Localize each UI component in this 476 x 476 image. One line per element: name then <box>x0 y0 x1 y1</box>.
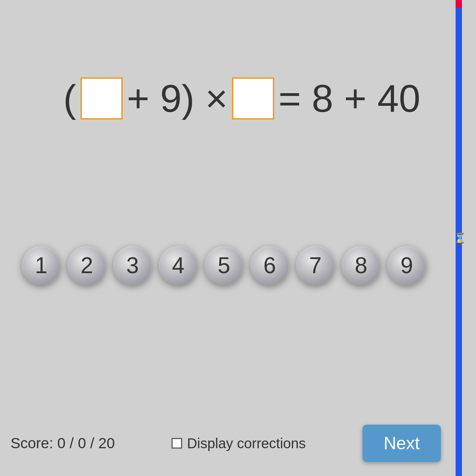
num-btn-4[interactable]: 4 <box>159 246 198 285</box>
corrections-checkbox[interactable] <box>172 438 182 449</box>
eq-part3: = 8 + 40 <box>278 79 420 118</box>
eq-open-paren: ( <box>63 79 76 118</box>
equation-area: ( + 9) × = 8 + 40 <box>35 77 441 120</box>
corrections-label: Display corrections <box>187 436 306 451</box>
num-btn-6[interactable]: 6 <box>250 246 289 285</box>
equation-display: ( + 9) × = 8 + 40 <box>63 77 420 120</box>
score-display: Score: 0 / 0 / 20 <box>11 435 115 452</box>
timer-bar-red <box>456 0 462 8</box>
num-btn-8[interactable]: 8 <box>342 246 380 285</box>
corrections-container: Display corrections <box>172 436 306 451</box>
bottom-bar: Score: 0 / 0 / 20 Display corrections Ne… <box>11 425 441 462</box>
num-btn-2[interactable]: 2 <box>67 246 106 285</box>
next-button[interactable]: Next <box>362 425 441 462</box>
num-btn-7[interactable]: 7 <box>296 246 335 285</box>
timer-icon: ⌛ <box>454 232 466 244</box>
num-btn-1[interactable]: 1 <box>22 246 60 285</box>
answer-box-1[interactable] <box>81 77 123 120</box>
num-btn-3[interactable]: 3 <box>113 246 152 285</box>
eq-part2: + 9) × <box>127 79 228 118</box>
answer-box-2[interactable] <box>232 77 274 120</box>
number-pad: 1 2 3 4 5 6 7 8 9 <box>0 246 448 285</box>
num-btn-5[interactable]: 5 <box>205 246 243 285</box>
num-btn-9[interactable]: 9 <box>387 246 426 285</box>
